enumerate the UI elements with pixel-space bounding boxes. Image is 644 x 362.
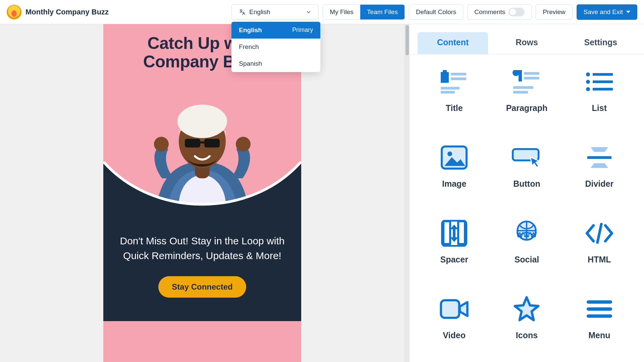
svg-rect-11 [451, 73, 466, 75]
block-list[interactable]: List [568, 68, 631, 121]
svg-point-7 [154, 137, 169, 152]
main: Catch Up with Company Buzz [0, 24, 644, 362]
comments-label: Comments [474, 8, 505, 16]
language-option-label: French [239, 43, 259, 51]
block-image[interactable]: Image [423, 144, 485, 196]
block-label: Menu [588, 330, 610, 340]
save-exit-label: Save and Exit [584, 8, 623, 16]
divider-icon [584, 144, 614, 171]
block-label: Paragraph [506, 103, 548, 113]
paragraph-icon [512, 68, 542, 95]
svg-point-26 [447, 152, 452, 156]
email-subheadline: Don't Miss Out! Stay in the Loop with Qu… [117, 234, 288, 263]
language-dropdown: English Primary French Spanish [231, 22, 320, 72]
svg-point-3 [177, 105, 227, 138]
email-hero [103, 74, 301, 215]
language-option-english[interactable]: English Primary [231, 22, 320, 39]
block-label: Image [442, 179, 466, 189]
svg-rect-34 [441, 300, 459, 318]
svg-rect-22 [593, 80, 613, 83]
svg-rect-16 [524, 77, 539, 79]
svg-rect-10 [443, 70, 447, 73]
language-option-french[interactable]: French [231, 39, 320, 55]
block-title[interactable]: Title [423, 68, 485, 121]
email-cta-button[interactable]: Stay Connected [158, 276, 246, 298]
icons-icon [512, 296, 542, 322]
preview-button[interactable]: Preview [536, 4, 573, 20]
canvas-area[interactable]: Catch Up with Company Buzz [0, 24, 405, 362]
chevron-down-icon [306, 9, 312, 15]
language-option-label: Spanish [239, 60, 262, 67]
svg-rect-14 [441, 91, 455, 94]
svg-rect-15 [524, 72, 539, 75]
block-social[interactable]: WWW Social [495, 220, 558, 272]
canvas-scrollbar[interactable] [405, 24, 409, 362]
scrollbar-thumb[interactable] [406, 25, 409, 55]
language-current: English [249, 8, 270, 16]
my-files-tab[interactable]: My Files [323, 5, 360, 19]
svg-rect-12 [451, 77, 466, 80]
comments-toggle[interactable] [508, 8, 525, 16]
comments-button[interactable]: Comments [467, 4, 532, 20]
language-button[interactable]: English [231, 4, 319, 20]
svg-rect-6 [200, 141, 205, 143]
content-blocks: Title Paragraph List Image [410, 54, 644, 362]
panel-tabs: Content Rows Settings [410, 24, 644, 54]
app-logo [7, 5, 21, 19]
social-icon: WWW [512, 220, 542, 247]
block-divider[interactable]: Divider [568, 144, 631, 196]
block-button[interactable]: Button [495, 144, 558, 196]
svg-rect-35 [587, 300, 612, 304]
svg-rect-13 [441, 87, 460, 89]
video-icon [439, 296, 469, 322]
svg-rect-24 [593, 88, 613, 90]
block-html[interactable]: HTML [568, 220, 631, 272]
svg-rect-20 [593, 73, 613, 76]
language-option-spanish[interactable]: Spanish [231, 55, 320, 72]
block-label: Social [515, 255, 539, 264]
html-icon [584, 220, 614, 247]
block-label: Title [446, 103, 463, 113]
tab-content[interactable]: Content [418, 32, 488, 54]
svg-rect-36 [587, 307, 612, 311]
team-files-tab[interactable]: Team Files [360, 5, 405, 19]
svg-point-19 [586, 72, 590, 76]
default-colors-button[interactable]: Default Colors [409, 4, 463, 20]
menu-icon [584, 296, 614, 322]
button-icon [512, 144, 542, 171]
email-preview: Catch Up with Company Buzz [103, 24, 301, 362]
svg-point-8 [236, 137, 251, 152]
block-label: Video [443, 330, 466, 340]
block-label: Icons [516, 330, 538, 340]
save-exit-button[interactable]: Save and Exit [577, 4, 637, 20]
block-label: Button [513, 179, 540, 189]
block-label: List [592, 103, 607, 113]
svg-rect-4 [185, 139, 200, 147]
chevron-down-icon [626, 11, 630, 13]
svg-rect-18 [513, 91, 528, 94]
title-icon [439, 68, 469, 95]
tab-settings[interactable]: Settings [566, 32, 636, 54]
curve-divider [103, 162, 301, 215]
block-paragraph[interactable]: Paragraph [495, 68, 558, 121]
files-segment: My Files Team Files [323, 4, 405, 20]
language-primary-badge: Primary [292, 26, 313, 34]
page-title: Monthly Company Buzz [25, 8, 109, 16]
block-spacer[interactable]: Spacer [423, 220, 485, 272]
tab-rows[interactable]: Rows [491, 32, 562, 54]
block-icons[interactable]: Icons [495, 296, 558, 348]
block-video[interactable]: Video [423, 296, 485, 348]
svg-point-23 [586, 87, 590, 91]
block-label: Spacer [440, 255, 468, 264]
svg-point-21 [586, 80, 590, 84]
list-icon [584, 68, 614, 95]
spacer-icon [439, 220, 469, 247]
svg-rect-37 [587, 314, 612, 318]
language-select[interactable]: English English Primary French Spanish [231, 4, 319, 20]
block-menu[interactable]: Menu [568, 296, 631, 348]
svg-rect-17 [513, 86, 533, 89]
topbar: Monthly Company Buzz English English Pri… [0, 0, 644, 24]
block-label: HTML [588, 255, 611, 264]
image-icon [439, 144, 469, 171]
svg-rect-9 [441, 72, 449, 83]
